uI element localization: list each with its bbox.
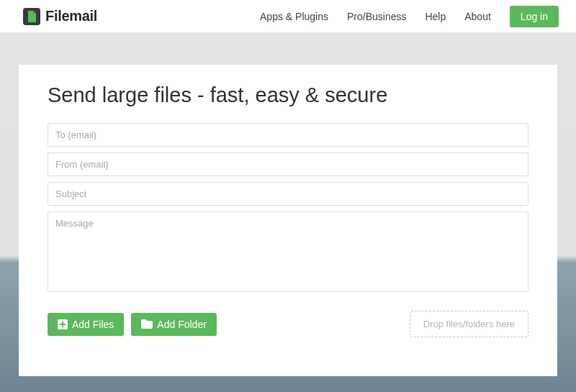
header: Filemail Apps & Plugins Pro/Business Hel…: [0, 0, 576, 33]
add-folder-button[interactable]: Add Folder: [131, 313, 216, 336]
plus-icon: [58, 319, 68, 329]
subject-field[interactable]: [48, 182, 528, 206]
add-files-button[interactable]: Add Files: [48, 313, 124, 336]
svg-rect-2: [60, 324, 66, 325]
page-title: Send large files - fast, easy & secure: [48, 83, 528, 107]
brand[interactable]: Filemail: [23, 8, 97, 25]
nav-apps-plugins[interactable]: Apps & Plugins: [260, 11, 328, 22]
nav-help[interactable]: Help: [425, 11, 446, 22]
nav-pro-business[interactable]: Pro/Business: [347, 11, 406, 22]
brand-name: Filemail: [45, 8, 97, 24]
folder-icon: [141, 319, 153, 329]
add-folder-label: Add Folder: [157, 319, 206, 330]
nav-about[interactable]: About: [464, 11, 491, 22]
drop-zone[interactable]: Drop files/folders here: [410, 311, 528, 337]
to-email-field[interactable]: [48, 123, 528, 147]
actions-row: Add Files Add Folder Drop files/folders …: [48, 311, 528, 337]
from-email-field[interactable]: [48, 152, 528, 176]
filemail-logo-icon: [23, 8, 40, 25]
add-files-label: Add Files: [72, 319, 114, 330]
message-field[interactable]: [48, 211, 528, 292]
send-card: Send large files - fast, easy & secure A…: [19, 65, 557, 376]
top-nav: Apps & Plugins Pro/Business Help About L…: [260, 6, 559, 27]
login-button[interactable]: Log in: [510, 6, 559, 27]
